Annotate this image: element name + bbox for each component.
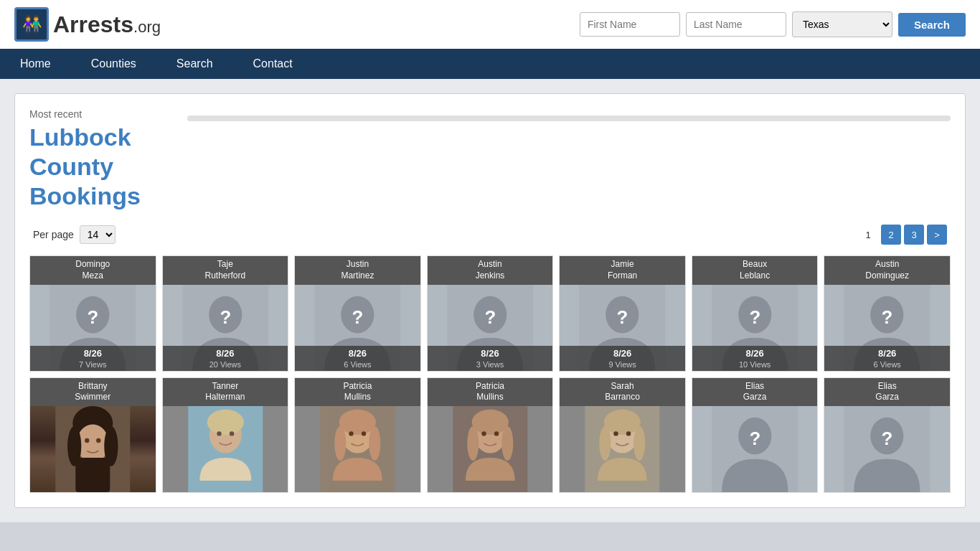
booking-name: DomingoMeza	[30, 256, 156, 284]
svg-point-43	[471, 410, 508, 435]
top-bar-area	[187, 108, 951, 210]
logo-icon: 👫	[14, 7, 49, 42]
booking-name: EliasGarza	[824, 378, 950, 406]
svg-point-38	[369, 426, 380, 461]
booking-photo: ?	[824, 406, 950, 492]
svg-point-39	[349, 431, 353, 435]
svg-text:?: ?	[749, 428, 760, 448]
county-title: Lubbock County Bookings	[29, 123, 173, 210]
header-search-area: Texas California Florida New York Search	[580, 11, 966, 37]
booking-photo	[163, 406, 288, 492]
page-3[interactable]: 3	[904, 225, 924, 245]
svg-point-47	[494, 431, 499, 435]
svg-text:?: ?	[87, 306, 98, 326]
svg-text:?: ?	[882, 306, 893, 326]
per-page-select[interactable]: 7 14 21 28	[80, 225, 116, 244]
booking-card[interactable]: TajeRutherford ? 8/26 20 Views	[162, 255, 289, 371]
booking-card[interactable]: JustinMartinez ? 8/26 6 Views	[294, 255, 421, 371]
booking-name: BrittanySwimmer	[30, 378, 156, 406]
booking-card-sarah[interactable]: SarahBarranco	[559, 377, 686, 493]
svg-point-23	[77, 424, 109, 462]
booking-card-brittany[interactable]: BrittanySwimmer	[29, 377, 156, 493]
booking-photo	[295, 406, 420, 492]
page-2[interactable]: 2	[881, 225, 901, 245]
state-select[interactable]: Texas California Florida New York	[792, 11, 892, 37]
svg-point-51	[600, 426, 611, 461]
booking-photo	[428, 406, 553, 492]
booking-photo: ? 8/26 10 Views	[692, 285, 818, 371]
booking-name: EliasGarza	[692, 378, 818, 406]
nav-bar: Home Counties Search Contact	[0, 49, 980, 79]
booking-card-tanner[interactable]: TannerHalterman	[162, 377, 289, 493]
svg-text:?: ?	[749, 306, 760, 326]
nav-home[interactable]: Home	[0, 49, 71, 79]
booking-name: SarahBarranco	[560, 378, 685, 406]
search-button[interactable]: Search	[898, 13, 966, 37]
booking-card-patricia1[interactable]: PatriciaMullins	[294, 377, 421, 493]
nav-search[interactable]: Search	[156, 49, 233, 79]
header: 👫 Arrests.org Texas California Florida N…	[0, 0, 980, 49]
pagination: 1 2 3 >	[858, 225, 947, 245]
per-page-label: Per page	[33, 229, 74, 240]
svg-text:?: ?	[352, 306, 364, 326]
page-next[interactable]: >	[927, 225, 947, 245]
svg-point-31	[207, 410, 243, 435]
booking-name: TajeRutherford	[163, 256, 288, 284]
svg-point-44	[467, 426, 479, 461]
booking-name: BeauxLeblanc	[692, 256, 818, 284]
svg-point-53	[614, 431, 618, 435]
controls-row: Per page 7 14 21 28 1 2 3 >	[29, 225, 951, 245]
booking-name: JamieForman	[560, 256, 685, 284]
booking-card[interactable]: DomingoMeza ? 8/26 7 Views	[29, 255, 156, 371]
most-recent-label: Most recent	[29, 108, 173, 120]
booking-photo: ? 8/26 7 Views	[30, 285, 156, 371]
svg-text:?: ?	[220, 306, 231, 326]
booking-photo: ? 8/26 6 Views	[295, 285, 420, 371]
booking-photo	[30, 406, 156, 492]
svg-point-37	[334, 426, 346, 461]
logo-text: Arrests.org	[53, 11, 161, 38]
svg-text:?: ?	[882, 428, 893, 448]
svg-point-33	[229, 431, 233, 435]
svg-point-36	[339, 410, 376, 435]
booking-photo: ? 8/26 3 Views	[428, 285, 553, 371]
logo-link[interactable]: 👫 Arrests.org	[14, 7, 161, 42]
last-name-input[interactable]	[686, 12, 786, 37]
booking-card[interactable]: BeauxLeblanc ? 8/26 10 Views	[692, 255, 819, 371]
nav-contact[interactable]: Contact	[233, 49, 313, 79]
first-name-input[interactable]	[580, 12, 680, 37]
booking-card-elias1[interactable]: EliasGarza ?	[692, 377, 819, 493]
title-area: Most recent Lubbock County Bookings	[29, 108, 951, 210]
content-area: Most recent Lubbock County Bookings Per …	[14, 93, 966, 508]
booking-name: TannerHalterman	[163, 378, 288, 406]
booking-name: AustinJenkins	[428, 256, 553, 284]
booking-name: JustinMartinez	[295, 256, 420, 284]
booking-card[interactable]: AustinDominguez ? 8/26 6 Views	[824, 255, 951, 371]
svg-point-27	[85, 438, 89, 443]
svg-point-40	[362, 431, 366, 435]
nav-counties[interactable]: Counties	[71, 49, 156, 79]
booking-photo: ? 8/26 6 Views	[824, 285, 950, 371]
booking-card[interactable]: JamieForman ? 8/26 9 Views	[559, 255, 686, 371]
svg-point-54	[626, 431, 631, 435]
svg-text:?: ?	[617, 306, 628, 326]
booking-photo: ? 8/26 20 Views	[163, 285, 288, 371]
booking-name: PatriciaMullins	[295, 378, 420, 406]
booking-photo: ?	[692, 406, 818, 492]
svg-point-52	[634, 426, 646, 461]
svg-point-28	[96, 438, 100, 443]
svg-point-46	[481, 431, 486, 435]
booking-name: PatriciaMullins	[428, 378, 553, 406]
booking-card-elias2[interactable]: EliasGarza ?	[824, 377, 951, 493]
booking-card[interactable]: AustinJenkins ? 8/26 3 Views	[427, 255, 554, 371]
svg-rect-26	[75, 458, 110, 492]
per-page-area: Per page 7 14 21 28	[33, 225, 116, 244]
svg-point-32	[217, 431, 221, 435]
booking-card-patricia2[interactable]: PatriciaMullins	[427, 377, 554, 493]
svg-text:?: ?	[484, 306, 496, 326]
svg-point-45	[501, 426, 513, 461]
page-1[interactable]: 1	[858, 225, 878, 245]
main-wrapper: Most recent Lubbock County Bookings Per …	[0, 79, 980, 522]
bookings-grid-row1: DomingoMeza ? 8/26 7 Views TajeRutherfor	[29, 255, 951, 371]
booking-photo	[560, 406, 685, 492]
